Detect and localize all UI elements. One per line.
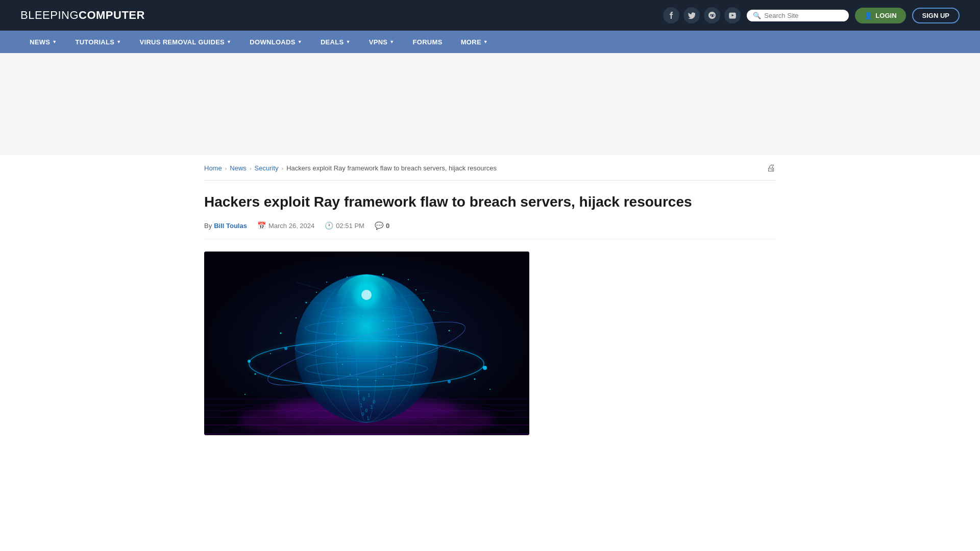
svg-point-59 [448,380,451,383]
article-comments[interactable]: 💬 0 [375,221,389,230]
svg-point-73 [408,279,409,280]
svg-rect-43 [357,379,358,380]
article-meta: By Bill Toulas 📅 March 26, 2024 🕐 02:51 … [204,221,776,239]
logo-plain: BLEEPING [20,9,79,21]
content-wrapper: Home › News › Security › Hackers exploit… [184,155,796,435]
breadcrumb-current: Hackers exploit Ray framework flaw to br… [286,164,497,172]
svg-rect-34 [398,336,399,337]
logo-bold: COMPUTER [79,9,145,21]
mastodon-icon[interactable] [704,7,720,23]
chevron-down-icon: ▼ [389,39,394,44]
chevron-down-icon: ▼ [52,39,57,44]
svg-point-79 [474,379,476,380]
svg-text:1: 1 [370,405,373,410]
svg-text:1: 1 [366,416,369,421]
nav-deals[interactable]: DEALS ▼ [311,31,360,53]
svg-point-68 [433,310,434,311]
comment-count: 0 [386,222,389,230]
svg-text:1: 1 [368,393,370,398]
breadcrumb: Home › News › Security › Hackers exploit… [204,155,776,181]
youtube-icon[interactable] [724,7,741,23]
svg-rect-37 [337,354,338,355]
svg-rect-44 [375,380,376,381]
nav-virus-removal[interactable]: VIRUS REMOVAL GUIDES ▼ [131,31,241,53]
site-header: BLEEPINGCOMPUTER 🔍 👤 LOGIN SIGN UP [0,0,980,31]
user-icon: 👤 [864,12,872,19]
article-author: By Bill Toulas [204,222,247,230]
svg-rect-33 [334,333,335,334]
svg-point-76 [270,353,271,354]
svg-rect-38 [396,356,397,357]
article-time: 🕐 02:51 PM [325,221,364,230]
time-text: 02:51 PM [336,222,364,230]
breadcrumb-news[interactable]: News [230,164,247,172]
login-button[interactable]: 👤 LOGIN [855,8,905,23]
nav-more[interactable]: MORE ▼ [452,31,497,53]
svg-text:1: 1 [360,403,362,408]
breadcrumb-sep-3: › [282,165,284,171]
svg-point-67 [423,299,425,301]
svg-point-71 [449,330,450,332]
svg-point-63 [361,290,372,300]
header-right: 🔍 👤 LOGIN SIGN UP [663,7,960,23]
article-date: 📅 March 26, 2024 [257,221,314,230]
ad-banner [0,53,980,155]
author-link[interactable]: Bill Toulas [214,222,247,230]
chevron-down-icon: ▼ [116,39,121,44]
nav-news[interactable]: NEWS ▼ [20,31,66,53]
svg-text:0: 0 [361,412,364,417]
svg-rect-41 [350,374,351,375]
chevron-down-icon: ▼ [346,39,350,44]
site-logo[interactable]: BLEEPINGCOMPUTER [20,9,145,22]
svg-point-66 [296,317,297,318]
svg-rect-36 [401,346,402,347]
comment-icon: 💬 [375,221,383,230]
hero-image: 1 0 1 0 1 0 1 0 1 [204,252,529,435]
svg-point-57 [483,366,487,370]
article-image: 1 0 1 0 1 0 1 0 1 [204,252,529,435]
svg-rect-35 [332,343,333,344]
search-input[interactable] [764,12,843,19]
main-nav: NEWS ▼ TUTORIALS ▼ VIRUS REMOVAL GUIDES … [0,31,980,53]
svg-text:1: 1 [357,390,360,395]
date-text: March 26, 2024 [268,222,314,230]
svg-point-78 [255,373,256,375]
search-bar: 🔍 [747,10,849,21]
chevron-down-icon: ▼ [227,39,231,44]
nav-downloads[interactable]: DOWNLOADS ▼ [240,31,311,53]
svg-point-72 [326,282,327,283]
signup-button[interactable]: SIGN UP [912,8,960,23]
social-icons [663,7,741,23]
nav-tutorials[interactable]: TUTORIALS ▼ [66,31,130,53]
svg-point-77 [459,350,460,352]
breadcrumb-security[interactable]: Security [255,164,279,172]
print-icon[interactable]: 🖨 [767,163,776,173]
author-by-label: By [204,222,212,230]
nav-vpns[interactable]: VPNS ▼ [360,31,404,53]
svg-point-74 [382,274,384,276]
facebook-icon[interactable] [663,7,679,23]
chevron-down-icon: ▼ [298,39,302,44]
svg-rect-32 [388,328,389,329]
chevron-down-icon: ▼ [483,39,488,44]
svg-rect-39 [342,364,343,365]
breadcrumb-home[interactable]: Home [204,164,222,172]
breadcrumb-sep-2: › [250,165,252,171]
clock-icon: 🕐 [325,221,333,230]
svg-rect-42 [383,374,384,375]
svg-point-58 [248,360,251,363]
nav-forums[interactable]: FORUMS [404,31,452,53]
svg-text:0: 0 [373,399,375,405]
twitter-icon[interactable] [683,7,700,23]
svg-point-69 [415,289,416,290]
search-icon: 🔍 [753,12,761,19]
breadcrumb-sep-1: › [225,165,227,171]
svg-point-75 [347,277,348,278]
svg-point-65 [316,292,317,293]
svg-rect-40 [390,366,391,367]
calendar-icon: 📅 [257,221,266,230]
svg-text:0: 0 [365,408,368,413]
svg-point-80 [244,394,246,395]
svg-point-60 [284,347,287,350]
svg-point-70 [280,333,282,334]
